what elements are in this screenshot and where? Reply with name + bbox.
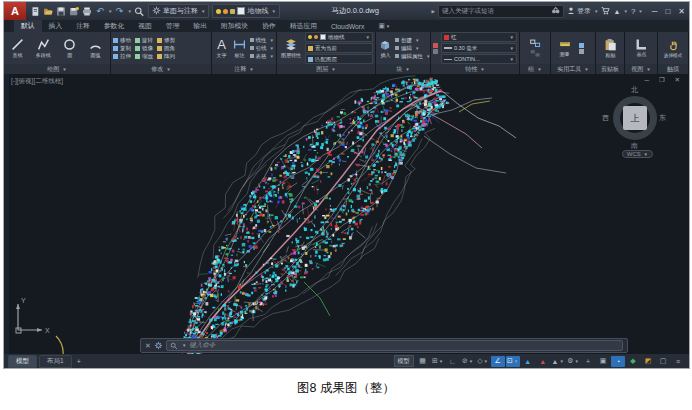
modify-tool-3[interactable]: 复制 (113, 45, 131, 52)
open-folder-icon[interactable] (42, 5, 54, 18)
save-disk-icon[interactable] (55, 5, 67, 18)
draw-tool-0[interactable]: 直线 (6, 38, 29, 59)
stay-connected-button[interactable]: ▲▼ (613, 8, 627, 15)
make-current-button[interactable]: 置为当前 (305, 43, 373, 53)
maximize-button[interactable]: □ (665, 7, 670, 16)
chevron-down-icon[interactable]: ▼ (127, 9, 131, 14)
block-tool-1[interactable]: 编辑▼ (395, 45, 430, 52)
new-layout-button[interactable]: + (74, 358, 84, 365)
annotation-autoscale-toggle[interactable]: ▲ (536, 356, 550, 367)
measure-tool[interactable]: 测量 (553, 38, 576, 58)
drawing-canvas[interactable]: [-][俯视][二维线框] ─ ❐ ✕ 上 北 南 西 东 WCS ▼ X Y … (4, 74, 689, 354)
application-menu-button[interactable]: A (4, 2, 26, 20)
panel-label-properties[interactable]: 特性▼ (431, 64, 519, 74)
panel-label-annotate[interactable]: 注释▼ (212, 64, 276, 74)
app-store-cart-icon[interactable] (601, 6, 610, 16)
viewcube-top-face[interactable]: 上 (623, 106, 647, 130)
isodraft-toggle[interactable]: ◇▼ (476, 356, 490, 367)
lineweight-dropdown[interactable]: 0.30 毫米▼ (441, 43, 517, 53)
ribbon-tab-3[interactable]: 参数化 (97, 20, 131, 32)
quick-properties-toggle[interactable]: ▣ (596, 356, 610, 367)
panel-label-modify[interactable]: 修改▼ (111, 64, 211, 74)
search-expand-icon[interactable]: ▶ (432, 9, 435, 14)
command-input[interactable]: ▼ 键入命令 (166, 340, 623, 351)
redo-icon[interactable]: ↷ (113, 5, 125, 18)
model-space-badge[interactable]: 模型 (394, 355, 414, 367)
command-line-bar[interactable]: ✕ ▼ 键入命令 (140, 338, 628, 353)
minimize-button[interactable]: ─ (652, 7, 658, 16)
viewcube-north-label[interactable]: 北 (631, 85, 638, 95)
ribbon-tab-7[interactable]: 附加模块 (214, 20, 255, 32)
block-tool-2[interactable]: 编辑属性▼ (395, 53, 430, 60)
ribbon-tab-0[interactable]: 默认 (14, 20, 42, 32)
isolate-objects[interactable]: ◩ (641, 356, 655, 367)
ribbon-tab-1[interactable]: 插入 (42, 20, 70, 32)
plot-preview-icon[interactable] (133, 5, 145, 18)
match-layer-button[interactable]: 匹配图层 (305, 54, 373, 64)
modify-tool-6[interactable]: 拉伸 (113, 53, 131, 60)
plot-printer-icon[interactable] (81, 5, 93, 18)
layer-properties-tool[interactable]: 图层特性 (279, 38, 302, 59)
tab-model[interactable]: 模型 (8, 355, 37, 368)
panel-label-view[interactable]: 视图▼ (625, 64, 657, 74)
panel-label-block[interactable]: 块▼ (376, 64, 430, 74)
object-snap-tracking-toggle[interactable]: ∠ (491, 356, 505, 367)
lock-ui-toggle[interactable]: ◔ (611, 356, 625, 367)
help-search-input[interactable]: 键入关键字或短语 (438, 5, 564, 18)
ortho-toggle[interactable]: ∟ (446, 356, 460, 367)
drawing-compare-icon[interactable]: ▣▼ (371, 20, 397, 32)
ribbon-tab-8[interactable]: 协作 (255, 20, 283, 32)
viewcube-east-label[interactable]: 东 (659, 113, 666, 123)
clean-screen-toggle[interactable]: ▢ (656, 356, 670, 367)
annotation-scale-control[interactable]: ▲▼ (551, 356, 565, 367)
ribbon-tab-2[interactable]: 注释 (69, 20, 97, 32)
text-tool[interactable]: A 文字 (214, 38, 229, 59)
modify-tool-8[interactable]: 阵列 (157, 53, 175, 60)
polar-tracking-toggle[interactable]: ⊘▼ (461, 356, 475, 367)
ribbon-tab-5[interactable]: 管理 (159, 20, 187, 32)
paste-tool[interactable]: 粘贴 (599, 38, 622, 59)
customize-wrench-icon[interactable] (154, 341, 163, 350)
close-icon[interactable]: ✕ (145, 342, 151, 350)
object-snap-toggle[interactable]: ⊡▼ (506, 356, 520, 367)
viewcube[interactable]: 上 北 南 西 东 (611, 94, 659, 142)
drawing-window-controls[interactable]: ─ ❐ ✕ (645, 76, 685, 84)
chevron-down-icon[interactable]: ▼ (108, 9, 112, 14)
tab-layout1[interactable]: 布局1 (39, 355, 72, 368)
selection-mode-tool[interactable]: 选择模式 (662, 39, 685, 58)
layer-dropdown[interactable]: 地物线▼ (305, 32, 373, 42)
ribbon-tab-9[interactable]: 精选应用 (283, 20, 324, 32)
layer-quick-display[interactable]: 地物线 ▼ (212, 4, 279, 18)
panel-label-layers[interactable]: 图层▼ (277, 64, 375, 74)
panel-label-draw[interactable]: 绘图▼ (4, 64, 110, 74)
new-file-icon[interactable] (29, 5, 41, 18)
linetype-dropdown[interactable]: CONTIN...▼ (441, 54, 517, 64)
dimension-tool[interactable]: 标注 (232, 38, 247, 59)
object-color-dropdown[interactable]: 红▼ (441, 32, 517, 42)
panel-label-group[interactable]: 组▼ (520, 64, 550, 74)
draw-tool-1[interactable]: 多段线 (32, 38, 55, 59)
base-view-tool[interactable]: 基点 (630, 38, 653, 58)
modify-tool-5[interactable]: 圆角 (157, 45, 175, 52)
grid-display-toggle[interactable]: ▦ (416, 356, 430, 367)
workspace-switcher[interactable]: 草图与注释 ▼ (148, 4, 209, 18)
customization-menu[interactable]: ≡ (671, 356, 685, 367)
modify-tool-0[interactable]: 移动 (113, 37, 131, 44)
saveas-disk-icon[interactable] (68, 5, 80, 18)
sign-in-button[interactable]: 登录 ▼ (567, 6, 598, 16)
modify-tool-1[interactable]: 旋转 (135, 37, 153, 44)
panel-label-utilities[interactable]: 实用工具▼ (551, 64, 595, 74)
annotate-tool-0[interactable]: 线性▼ (250, 37, 274, 44)
snap-mode-toggle[interactable]: ⊞▼ (431, 356, 445, 367)
hardware-acceleration[interactable]: ◆ (626, 356, 640, 367)
viewcube-west-label[interactable]: 西 (602, 113, 609, 123)
modify-tool-7[interactable]: 缩放 (135, 53, 153, 60)
modify-tool-4[interactable]: 镜像 (135, 45, 153, 52)
undo-icon[interactable]: ↶ (94, 5, 106, 18)
wcs-dropdown[interactable]: WCS ▼ (622, 150, 653, 158)
help-button[interactable]: ?▼ (631, 7, 643, 16)
ribbon-tab-6[interactable]: 输出 (186, 20, 214, 32)
panel-label-clipboard[interactable]: 剪贴板 (596, 64, 624, 74)
binoculars-search-icon[interactable] (551, 6, 560, 16)
insert-block-tool[interactable]: 插入 (378, 38, 392, 59)
